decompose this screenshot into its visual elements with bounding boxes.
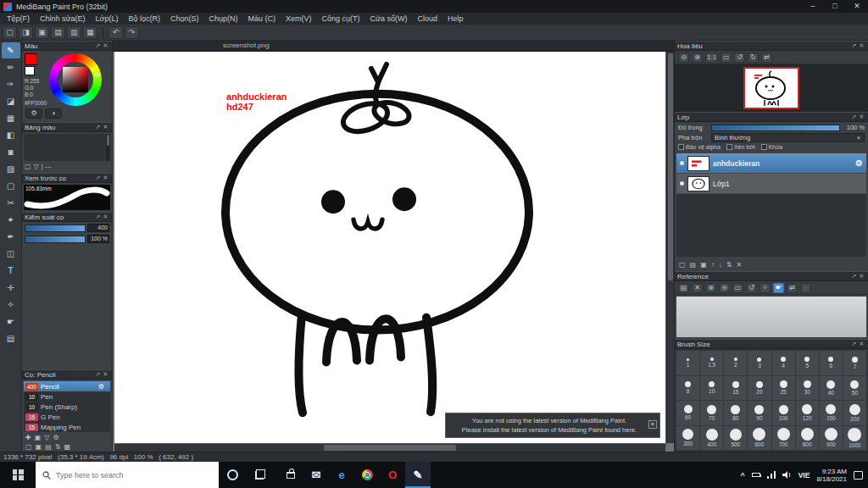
brush-settings-icon[interactable]: ⚙ (98, 383, 104, 391)
page-list-icon[interactable]: ▤ (45, 443, 52, 451)
open-reference-icon[interactable]: ▤ (678, 283, 689, 293)
brush-size-3[interactable]: 3 (748, 351, 771, 375)
layer-visibility-icon[interactable] (680, 161, 684, 165)
brush-size-20[interactable]: 20 (748, 376, 771, 401)
brush-size-900[interactable]: 900 (820, 426, 843, 451)
undo-icon[interactable]: ↶ (108, 26, 123, 39)
start-button[interactable] (0, 462, 36, 488)
tool-dot[interactable]: ▦ (2, 110, 20, 126)
brush-size-700[interactable]: 700 (772, 426, 795, 451)
tool-brush[interactable]: ✎ (2, 42, 20, 58)
tool-select-pen[interactable]: ✒ (2, 229, 20, 245)
move-layer-down-icon[interactable]: ↓ (719, 261, 722, 269)
brush-size-1[interactable]: 1 (676, 351, 699, 375)
layer-opacity-slider[interactable] (711, 125, 840, 131)
float-panel-icon[interactable]: ↗ (94, 42, 102, 49)
maximize-button[interactable]: □ (824, 0, 846, 13)
menu-select[interactable]: Chọn(S) (165, 14, 204, 23)
menu-edit[interactable]: Chỉnh sửa(E) (35, 14, 91, 23)
new-file-icon[interactable]: ▢ (3, 26, 17, 39)
close-panel-icon[interactable]: ✕ (102, 42, 109, 49)
save-file-icon[interactable]: ▣ (35, 26, 49, 39)
battery-icon[interactable] (752, 473, 760, 477)
menu-view[interactable]: Xem(V) (281, 14, 317, 23)
brush-size-1000[interactable]: 1000 (843, 426, 866, 451)
brush-size-800[interactable]: 800 (796, 426, 819, 451)
tool-hand[interactable]: ☛ (2, 313, 20, 330)
brush-size-80[interactable]: 80 (724, 401, 747, 425)
primary-color-swatch[interactable] (25, 53, 37, 65)
menu-cloud[interactable]: Cloud (413, 14, 443, 23)
zoom-out-icon[interactable]: ⊖ (719, 283, 730, 293)
float-panel-icon[interactable]: ↗ (94, 371, 102, 378)
eyedropper-icon[interactable]: ✧ (760, 283, 771, 293)
brush-item-pencil[interactable]: 400Pencil⚙ (24, 381, 110, 391)
taskbar-app-store[interactable] (278, 462, 303, 488)
fit-icon[interactable]: ▭ (732, 283, 743, 293)
transfer-icon[interactable]: ⇅ (55, 443, 61, 451)
export-file-icon[interactable]: ▤ (51, 26, 65, 39)
secondary-color-swatch[interactable] (25, 66, 35, 75)
brush-size-25[interactable]: 25 (772, 376, 795, 401)
tool-select[interactable]: ▢ (2, 178, 20, 194)
close-panel-icon[interactable]: ✕ (102, 214, 109, 220)
network-icon[interactable] (767, 471, 776, 479)
scrollbar-thumb[interactable] (324, 445, 456, 451)
layer-row-lop1[interactable]: Lớp1 (676, 174, 866, 194)
copy-page-icon[interactable]: ▣ (36, 443, 42, 451)
tool-pencil[interactable]: ✏ (2, 59, 20, 75)
brush-size-120[interactable]: 120 (796, 401, 819, 425)
task-view-button[interactable] (246, 462, 273, 488)
print-icon[interactable]: ▥ (67, 26, 81, 39)
layer-visibility-icon[interactable] (680, 181, 684, 186)
brush-opacity-slider[interactable] (25, 236, 86, 243)
close-reference-icon[interactable]: ✕ (692, 283, 703, 293)
clipping-checkbox[interactable]: Xén bớt (726, 144, 755, 150)
tray-chevron-up-icon[interactable]: ^ (740, 471, 744, 480)
close-panel-icon[interactable]: ✕ (102, 124, 109, 130)
zoom-in-icon[interactable]: ⊕ (692, 53, 703, 63)
blend-mode-select[interactable]: Bình thường ▼ (711, 133, 865, 142)
tool-fill[interactable]: ◧ (2, 127, 20, 143)
merge-layer-icon[interactable]: ⇅ (726, 261, 732, 269)
brush-size-60[interactable]: 60 (676, 401, 699, 425)
taskbar-app-edge[interactable]: e (329, 462, 354, 488)
menu-layer[interactable]: Lớp(L) (91, 14, 124, 23)
brush-size-8[interactable]: 8 (676, 376, 699, 401)
layer-settings-icon[interactable]: ⚙ (855, 158, 863, 168)
duplicate-brush-icon[interactable]: ▣ (35, 434, 42, 441)
new-folder-icon[interactable]: ▤ (690, 261, 697, 269)
float-panel-icon[interactable]: ↗ (850, 42, 858, 49)
reference-canvas[interactable] (676, 297, 866, 337)
grid-icon[interactable]: ▦ (64, 443, 70, 451)
brush-size-400[interactable]: 400 (700, 426, 723, 451)
brush-size-500[interactable]: 500 (724, 426, 747, 451)
fit-window-icon[interactable]: ▭ (721, 53, 732, 63)
scrollbar-thumb[interactable] (668, 53, 673, 280)
palette-scrollbar[interactable] (106, 134, 110, 161)
brush-size-150[interactable]: 150 (820, 401, 843, 425)
float-panel-icon[interactable]: ↗ (94, 175, 102, 181)
float-panel-icon[interactable]: ↗ (94, 124, 102, 130)
brush-item-g-pen[interactable]: 15G Pen (24, 412, 110, 422)
move-layer-up-icon[interactable]: ↑ (711, 261, 715, 269)
brush-size-30[interactable]: 30 (796, 376, 819, 401)
delete-color-icon[interactable]: ▽ (34, 163, 39, 170)
brush-size-600[interactable]: 600 (748, 426, 771, 451)
taskbar-app-medibang[interactable]: ✎ (405, 462, 431, 488)
scrollbar-thumb[interactable] (107, 135, 109, 146)
brush-item-pen[interactable]: 10Pen (24, 391, 110, 402)
rotate-left-icon[interactable]: ↺ (734, 53, 745, 63)
tool-magic-wand[interactable]: ✦ (2, 212, 20, 228)
close-panel-icon[interactable]: ✕ (102, 371, 109, 378)
tool-eyedropper[interactable]: ✧ (2, 297, 20, 313)
taskbar-app-chrome[interactable] (354, 462, 380, 488)
color-picker-icon[interactable]: ◑ (45, 108, 62, 119)
brush-size-200[interactable]: 200 (843, 401, 866, 425)
tool-lasso[interactable]: ✂ (2, 195, 20, 211)
hand-icon[interactable]: ☛ (773, 283, 784, 293)
color-settings-icon[interactable]: ⚙ (25, 108, 42, 119)
float-panel-icon[interactable]: ↗ (850, 341, 858, 347)
menu-filter[interactable]: Bộ lọc(R) (123, 14, 165, 23)
minimize-button[interactable]: – (802, 0, 824, 13)
